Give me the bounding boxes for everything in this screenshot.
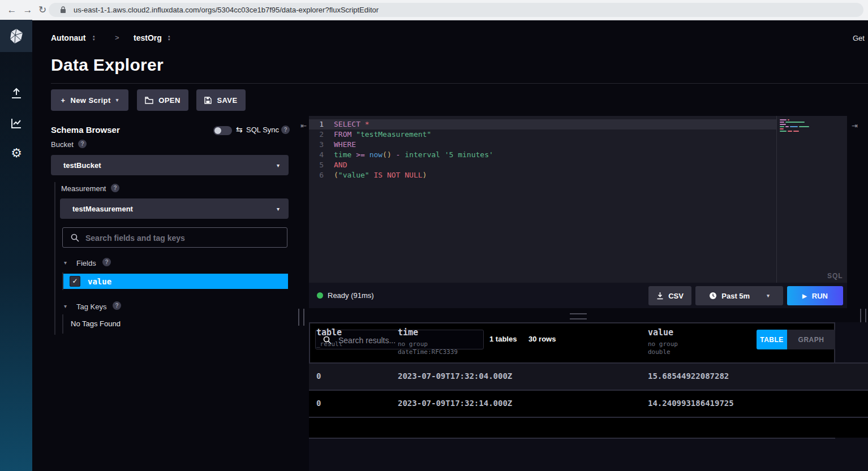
browser-back-icon[interactable]: ← — [5, 3, 19, 18]
data-explorer-nav-icon[interactable] — [10, 116, 23, 130]
sql-sync-toggle[interactable] — [213, 126, 232, 135]
no-tags-text: No Tags Found — [71, 319, 121, 328]
time-range-dropdown[interactable]: Past 5m ▾ — [695, 286, 783, 305]
tables-count: 1 tables — [489, 335, 517, 343]
field-value-row[interactable]: ✓ value — [63, 274, 288, 289]
editor-scrollbar[interactable] — [776, 116, 777, 283]
code-line: 2FROM "testMeasurement" — [309, 129, 776, 140]
horizontal-drag-handle[interactable] — [570, 313, 587, 319]
editor-minimap[interactable] — [780, 119, 814, 133]
rows-count: 30 rows — [528, 335, 556, 343]
page-title: Data Explorer — [51, 55, 164, 75]
save-button[interactable]: SAVE — [196, 89, 246, 111]
schema-search-box — [62, 227, 287, 248]
schema-search-input[interactable] — [84, 228, 286, 248]
settings-gear-icon[interactable]: ⚙ — [10, 146, 23, 160]
line-number: 2 — [309, 129, 334, 140]
app-screen: ← → ↻ us-east-1-1.aws.cloud2.influxdata.… — [0, 0, 868, 471]
results-pane: 1 tables 30 rows TABLE GRAPH table _resu… — [309, 322, 868, 471]
table-row: 0 2023-07-09T17:32:04.000Z 15.6854492208… — [309, 362, 868, 390]
fields-help-icon[interactable]: ? — [102, 258, 111, 266]
play-icon: ▶ — [802, 293, 807, 299]
field-value-label: value — [88, 277, 111, 286]
title-divider — [51, 83, 868, 84]
breadcrumb-suborg[interactable]: testOrg — [134, 33, 162, 42]
cube-logo-icon — [9, 28, 24, 44]
line-number: 4 — [309, 150, 334, 160]
code-line: 1SELECT * — [309, 119, 776, 129]
suborg-switcher-icon[interactable]: ▴▾ — [168, 34, 170, 41]
influxdb-logo[interactable] — [0, 20, 32, 52]
status-dot — [317, 292, 323, 299]
new-script-button[interactable]: + New Script ▾ — [51, 89, 128, 111]
address-bar[interactable]: us-east-1-1.aws.cloud2.influxdata.com/or… — [49, 3, 863, 17]
breadcrumb-org[interactable]: Autonaut — [51, 33, 85, 42]
sync-arrows-icon: ⇆ — [236, 125, 243, 134]
vertical-drag-handle[interactable] — [298, 309, 304, 326]
line-number: 3 — [309, 140, 334, 150]
chevron-down-icon: ▾ — [116, 97, 119, 103]
line-number: 5 — [309, 160, 334, 170]
measurement-help-icon[interactable]: ? — [111, 184, 119, 192]
nav-sidebar: ⚙ ? — [0, 20, 32, 471]
query-status-bar: Ready (91ms) CSV Past 5m ▾ ▶ RUN — [309, 283, 847, 308]
get-started-link[interactable]: Get — [853, 34, 865, 42]
line-number: 6 — [309, 170, 334, 180]
plus-icon: + — [61, 96, 65, 105]
tag-keys-chevron-icon[interactable]: ▾ — [64, 303, 67, 309]
sql-sync-label: SQL Sync — [246, 126, 279, 134]
schema-browser-title: Schema Browser — [51, 125, 120, 135]
editor-lines: 1SELECT *2FROM "testMeasurement"3WHERE4t… — [309, 119, 776, 180]
collapse-right-pane-icon[interactable]: ⇥ — [852, 122, 858, 130]
view-tabs: TABLE GRAPH — [757, 330, 835, 349]
collapse-left-pane-icon[interactable]: ⇤ — [300, 122, 307, 130]
tab-graph[interactable]: GRAPH — [787, 330, 835, 349]
tab-table[interactable]: TABLE — [757, 330, 787, 349]
browser-forward-icon[interactable]: → — [20, 3, 35, 18]
measurement-label: Measurement — [61, 184, 106, 193]
breadcrumb-separator: > — [115, 33, 119, 42]
bucket-label: Bucket — [51, 140, 74, 149]
sql-editor[interactable]: 1SELECT *2FROM "testMeasurement"3WHERE4t… — [309, 116, 847, 283]
fields-chevron-icon[interactable]: ▾ — [64, 260, 67, 266]
org-switcher-icon[interactable]: ▴▾ — [93, 34, 95, 41]
tree-indent-line — [54, 182, 55, 335]
lock-icon — [60, 6, 66, 14]
chevron-down-icon: ▾ — [277, 162, 280, 168]
measurement-dropdown[interactable]: testMeasurement ▾ — [60, 198, 289, 219]
chevron-down-icon: ▾ — [767, 293, 770, 299]
column-header-table: table _result — [316, 327, 342, 348]
folder-icon — [145, 97, 153, 104]
code-line: 3WHERE — [309, 140, 776, 150]
status-text: Ready (91ms) — [328, 291, 374, 300]
floppy-icon — [204, 97, 212, 104]
open-button[interactable]: OPEN — [137, 89, 188, 111]
url-text: us-east-1-1.aws.cloud2.influxdata.com/or… — [74, 6, 379, 14]
tag-keys-label: Tag Keys — [76, 303, 106, 311]
clock-icon — [709, 292, 717, 300]
sql-sync-help-icon[interactable]: ? — [281, 126, 290, 134]
csv-download-button[interactable]: CSV — [648, 286, 691, 305]
code-line: 4time >= now() - interval '5 minutes' — [309, 150, 776, 160]
browser-refresh-icon[interactable]: ↻ — [35, 3, 50, 18]
toggle-knob — [214, 127, 221, 134]
bucket-help-icon[interactable]: ? — [78, 140, 87, 148]
fields-label: Fields — [76, 259, 96, 267]
table-row: 0 2023-07-09T17:32:14.000Z 14.2409931864… — [309, 390, 868, 417]
browser-chrome: ← → ↻ us-east-1-1.aws.cloud2.influxdata.… — [0, 0, 868, 20]
column-header-time: time no groupdateTime:RFC3339 — [398, 327, 458, 356]
column-header-value: value no groupdouble — [648, 327, 678, 356]
bucket-dropdown[interactable]: testBucket ▾ — [51, 155, 289, 175]
line-number: 1 — [309, 119, 334, 129]
tag-keys-help-icon[interactable]: ? — [113, 301, 121, 310]
code-line: 6("value" IS NOT NULL) — [309, 170, 776, 180]
chevron-down-icon: ▾ — [277, 206, 280, 212]
code-line: 5AND — [309, 160, 776, 170]
tree-indent-line — [62, 314, 63, 334]
checkbox-checked-icon[interactable]: ✓ — [70, 276, 80, 287]
download-icon — [656, 292, 664, 300]
upload-nav-icon[interactable] — [10, 87, 23, 100]
table-row-empty — [309, 417, 868, 438]
run-button[interactable]: ▶ RUN — [787, 286, 843, 305]
language-badge: SQL — [827, 272, 843, 280]
